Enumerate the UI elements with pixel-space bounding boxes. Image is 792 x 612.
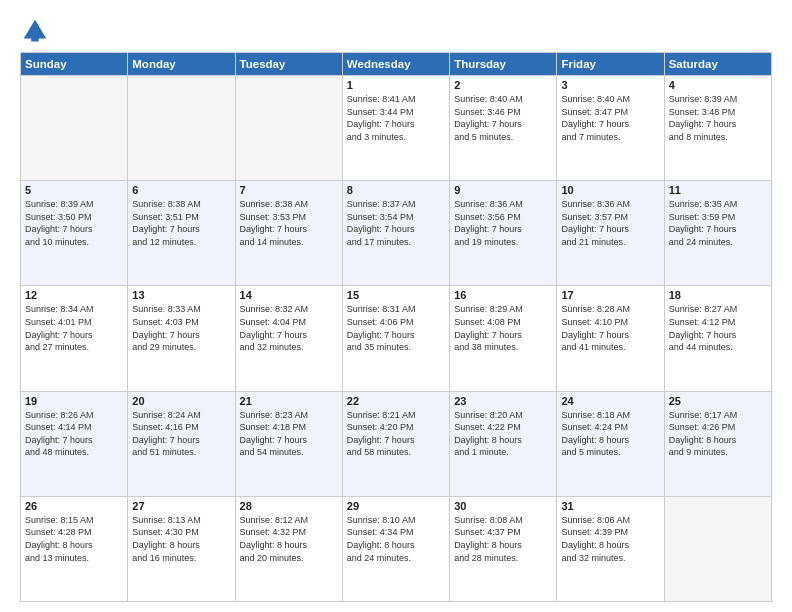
day-number: 1 — [347, 79, 445, 91]
day-number: 31 — [561, 500, 659, 512]
day-number: 28 — [240, 500, 338, 512]
day-number: 2 — [454, 79, 552, 91]
day-number: 18 — [669, 289, 767, 301]
calendar-table: Sunday Monday Tuesday Wednesday Thursday… — [20, 52, 772, 602]
day-number: 8 — [347, 184, 445, 196]
day-info: Sunrise: 8:23 AM Sunset: 4:18 PM Dayligh… — [240, 409, 338, 459]
day-info: Sunrise: 8:20 AM Sunset: 4:22 PM Dayligh… — [454, 409, 552, 459]
day-info: Sunrise: 8:29 AM Sunset: 4:08 PM Dayligh… — [454, 303, 552, 353]
header-thursday: Thursday — [450, 53, 557, 76]
table-row: 2Sunrise: 8:40 AM Sunset: 3:46 PM Daylig… — [450, 76, 557, 181]
calendar-week-row: 1Sunrise: 8:41 AM Sunset: 3:44 PM Daylig… — [21, 76, 772, 181]
day-number: 5 — [25, 184, 123, 196]
day-number: 6 — [132, 184, 230, 196]
day-number: 23 — [454, 395, 552, 407]
page: Sunday Monday Tuesday Wednesday Thursday… — [0, 0, 792, 612]
day-info: Sunrise: 8:39 AM Sunset: 3:48 PM Dayligh… — [669, 93, 767, 143]
day-number: 25 — [669, 395, 767, 407]
calendar-week-row: 26Sunrise: 8:15 AM Sunset: 4:28 PM Dayli… — [21, 496, 772, 601]
day-number: 24 — [561, 395, 659, 407]
table-row: 21Sunrise: 8:23 AM Sunset: 4:18 PM Dayli… — [235, 391, 342, 496]
table-row: 23Sunrise: 8:20 AM Sunset: 4:22 PM Dayli… — [450, 391, 557, 496]
table-row: 1Sunrise: 8:41 AM Sunset: 3:44 PM Daylig… — [342, 76, 449, 181]
table-row: 26Sunrise: 8:15 AM Sunset: 4:28 PM Dayli… — [21, 496, 128, 601]
day-number: 19 — [25, 395, 123, 407]
table-row: 12Sunrise: 8:34 AM Sunset: 4:01 PM Dayli… — [21, 286, 128, 391]
day-number: 9 — [454, 184, 552, 196]
table-row: 6Sunrise: 8:38 AM Sunset: 3:51 PM Daylig… — [128, 181, 235, 286]
table-row: 10Sunrise: 8:36 AM Sunset: 3:57 PM Dayli… — [557, 181, 664, 286]
day-number: 29 — [347, 500, 445, 512]
day-number: 20 — [132, 395, 230, 407]
header-wednesday: Wednesday — [342, 53, 449, 76]
day-number: 10 — [561, 184, 659, 196]
day-info: Sunrise: 8:40 AM Sunset: 3:46 PM Dayligh… — [454, 93, 552, 143]
day-number: 21 — [240, 395, 338, 407]
table-row — [664, 496, 771, 601]
header-tuesday: Tuesday — [235, 53, 342, 76]
day-number: 7 — [240, 184, 338, 196]
day-number: 3 — [561, 79, 659, 91]
weekday-header-row: Sunday Monday Tuesday Wednesday Thursday… — [21, 53, 772, 76]
table-row: 3Sunrise: 8:40 AM Sunset: 3:47 PM Daylig… — [557, 76, 664, 181]
table-row: 13Sunrise: 8:33 AM Sunset: 4:03 PM Dayli… — [128, 286, 235, 391]
table-row: 17Sunrise: 8:28 AM Sunset: 4:10 PM Dayli… — [557, 286, 664, 391]
table-row: 4Sunrise: 8:39 AM Sunset: 3:48 PM Daylig… — [664, 76, 771, 181]
day-info: Sunrise: 8:28 AM Sunset: 4:10 PM Dayligh… — [561, 303, 659, 353]
table-row: 31Sunrise: 8:06 AM Sunset: 4:39 PM Dayli… — [557, 496, 664, 601]
day-number: 17 — [561, 289, 659, 301]
calendar-week-row: 5Sunrise: 8:39 AM Sunset: 3:50 PM Daylig… — [21, 181, 772, 286]
day-info: Sunrise: 8:36 AM Sunset: 3:56 PM Dayligh… — [454, 198, 552, 248]
day-info: Sunrise: 8:32 AM Sunset: 4:04 PM Dayligh… — [240, 303, 338, 353]
day-info: Sunrise: 8:15 AM Sunset: 4:28 PM Dayligh… — [25, 514, 123, 564]
day-number: 15 — [347, 289, 445, 301]
calendar-week-row: 19Sunrise: 8:26 AM Sunset: 4:14 PM Dayli… — [21, 391, 772, 496]
day-info: Sunrise: 8:39 AM Sunset: 3:50 PM Dayligh… — [25, 198, 123, 248]
day-info: Sunrise: 8:08 AM Sunset: 4:37 PM Dayligh… — [454, 514, 552, 564]
day-info: Sunrise: 8:21 AM Sunset: 4:20 PM Dayligh… — [347, 409, 445, 459]
table-row: 27Sunrise: 8:13 AM Sunset: 4:30 PM Dayli… — [128, 496, 235, 601]
day-info: Sunrise: 8:41 AM Sunset: 3:44 PM Dayligh… — [347, 93, 445, 143]
day-info: Sunrise: 8:38 AM Sunset: 3:53 PM Dayligh… — [240, 198, 338, 248]
day-number: 14 — [240, 289, 338, 301]
header — [20, 16, 772, 46]
table-row: 9Sunrise: 8:36 AM Sunset: 3:56 PM Daylig… — [450, 181, 557, 286]
day-info: Sunrise: 8:31 AM Sunset: 4:06 PM Dayligh… — [347, 303, 445, 353]
day-number: 11 — [669, 184, 767, 196]
day-info: Sunrise: 8:37 AM Sunset: 3:54 PM Dayligh… — [347, 198, 445, 248]
header-saturday: Saturday — [664, 53, 771, 76]
table-row: 7Sunrise: 8:38 AM Sunset: 3:53 PM Daylig… — [235, 181, 342, 286]
table-row: 15Sunrise: 8:31 AM Sunset: 4:06 PM Dayli… — [342, 286, 449, 391]
table-row: 29Sunrise: 8:10 AM Sunset: 4:34 PM Dayli… — [342, 496, 449, 601]
table-row: 20Sunrise: 8:24 AM Sunset: 4:16 PM Dayli… — [128, 391, 235, 496]
day-info: Sunrise: 8:36 AM Sunset: 3:57 PM Dayligh… — [561, 198, 659, 248]
table-row: 24Sunrise: 8:18 AM Sunset: 4:24 PM Dayli… — [557, 391, 664, 496]
table-row: 28Sunrise: 8:12 AM Sunset: 4:32 PM Dayli… — [235, 496, 342, 601]
logo-icon — [20, 16, 50, 46]
day-number: 26 — [25, 500, 123, 512]
table-row: 18Sunrise: 8:27 AM Sunset: 4:12 PM Dayli… — [664, 286, 771, 391]
day-number: 13 — [132, 289, 230, 301]
day-info: Sunrise: 8:06 AM Sunset: 4:39 PM Dayligh… — [561, 514, 659, 564]
day-info: Sunrise: 8:26 AM Sunset: 4:14 PM Dayligh… — [25, 409, 123, 459]
table-row: 19Sunrise: 8:26 AM Sunset: 4:14 PM Dayli… — [21, 391, 128, 496]
day-info: Sunrise: 8:12 AM Sunset: 4:32 PM Dayligh… — [240, 514, 338, 564]
day-info: Sunrise: 8:40 AM Sunset: 3:47 PM Dayligh… — [561, 93, 659, 143]
table-row: 30Sunrise: 8:08 AM Sunset: 4:37 PM Dayli… — [450, 496, 557, 601]
table-row — [128, 76, 235, 181]
day-number: 22 — [347, 395, 445, 407]
table-row: 8Sunrise: 8:37 AM Sunset: 3:54 PM Daylig… — [342, 181, 449, 286]
day-info: Sunrise: 8:27 AM Sunset: 4:12 PM Dayligh… — [669, 303, 767, 353]
calendar-week-row: 12Sunrise: 8:34 AM Sunset: 4:01 PM Dayli… — [21, 286, 772, 391]
day-info: Sunrise: 8:38 AM Sunset: 3:51 PM Dayligh… — [132, 198, 230, 248]
day-info: Sunrise: 8:10 AM Sunset: 4:34 PM Dayligh… — [347, 514, 445, 564]
logo — [20, 16, 54, 46]
day-number: 4 — [669, 79, 767, 91]
table-row: 14Sunrise: 8:32 AM Sunset: 4:04 PM Dayli… — [235, 286, 342, 391]
header-monday: Monday — [128, 53, 235, 76]
header-friday: Friday — [557, 53, 664, 76]
table-row: 22Sunrise: 8:21 AM Sunset: 4:20 PM Dayli… — [342, 391, 449, 496]
table-row: 11Sunrise: 8:35 AM Sunset: 3:59 PM Dayli… — [664, 181, 771, 286]
table-row — [21, 76, 128, 181]
day-info: Sunrise: 8:18 AM Sunset: 4:24 PM Dayligh… — [561, 409, 659, 459]
